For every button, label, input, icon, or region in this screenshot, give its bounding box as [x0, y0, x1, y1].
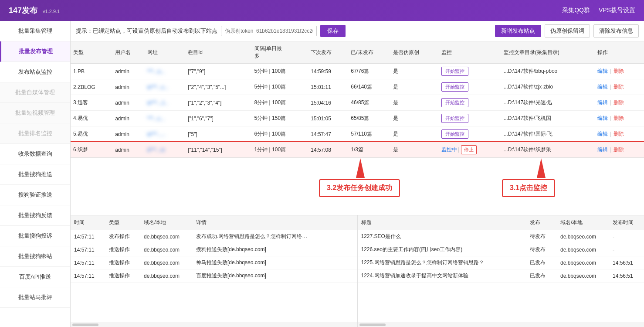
log-row: 14:57:11 发布操作 de.bbqseo.com 发布成功.网络营销思路是…	[71, 230, 357, 243]
sidebar-item-sogou-push[interactable]: 批量搜狗推送	[0, 164, 70, 185]
sidebar-item-publish[interactable]: 批量发布管理	[0, 41, 70, 62]
main-layout: 批量采集管理 批量发布管理 发布站点监控 批量自媒体管理 批量短视频管理 批量排…	[0, 21, 644, 327]
sidebar-item-query[interactable]: 收录数据查询	[0, 144, 70, 164]
lower-left-scrollbar[interactable]	[71, 322, 357, 327]
cell-colid: ["7","9"]	[185, 64, 252, 79]
delete-link[interactable]: 删除	[613, 99, 624, 106]
cell-published: 1/3篇	[348, 142, 390, 158]
log-time: 14:57:11	[71, 244, 105, 255]
monitor-start-button[interactable]: 开始监控	[441, 114, 468, 123]
th-monitor: 监控	[439, 41, 501, 64]
sidebar-item-sogou-verify[interactable]: 搜狗验证推送	[0, 185, 70, 205]
monitor-start-button[interactable]: 开始监控	[441, 82, 468, 92]
cell-monitor-path: ...D:\147软件\bbq-pboo	[501, 64, 595, 79]
cell-interval: 5分钟 | 100篇	[252, 64, 308, 79]
arrow-1	[356, 158, 365, 178]
sidebar-item-collect[interactable]: 批量采集管理	[0, 21, 70, 41]
monitor-active-link[interactable]: 监控中	[441, 146, 457, 153]
site-url[interactable]: w***...c...	[147, 84, 169, 90]
lower-section: 时间 类型 域名/本地 详情 14:57:11 发布操作 de.bbqseo.c…	[71, 215, 644, 327]
monitor-stop-button[interactable]: 停止	[461, 145, 477, 154]
token-input[interactable]	[221, 26, 317, 36]
edit-link[interactable]: 编辑	[597, 84, 608, 90]
log-type: 推送操作	[105, 256, 140, 269]
cell-colid: ["11","14","15"]	[185, 142, 252, 158]
lower-right-scrollbar[interactable]	[358, 322, 644, 327]
delete-link[interactable]: 删除	[613, 68, 624, 74]
cell-nextpub: 14:57:08	[308, 142, 348, 158]
monitor-start-button[interactable]: 开始监控	[441, 98, 468, 107]
sidebar-item-media: 批量自媒体管理	[0, 82, 70, 103]
delete-link[interactable]: 删除	[613, 131, 624, 137]
site-url[interactable]: w***......	[147, 131, 166, 137]
qq-group-link[interactable]: 采集QQ群	[562, 7, 590, 14]
cell-type: 6.织梦	[71, 142, 112, 158]
lower-right-header: 标题 发布 域名/本地 发布时间	[358, 215, 644, 230]
delete-link[interactable]: 删除	[613, 84, 624, 90]
th-published: 已/未发布	[348, 41, 390, 64]
log-time: 14:57:11	[71, 257, 105, 269]
table-row: 2.ZBLOG admin w***...c... ["2","4","3","…	[71, 79, 644, 95]
cell-published: 57/110篇	[348, 126, 390, 142]
monitor-start-button[interactable]: 开始监控	[441, 129, 468, 139]
site-url[interactable]: ***...c...	[147, 116, 165, 122]
log-domain: de.bbqseo.com	[140, 257, 193, 269]
site-url[interactable]: w***...J...	[147, 100, 169, 106]
cell-monitor: 开始监控	[439, 111, 501, 126]
th-username: 用户名	[112, 41, 145, 64]
cell-published: 46/85篇	[348, 95, 390, 111]
edit-link[interactable]: 编辑	[597, 68, 608, 74]
cell-published: 65/85篇	[348, 111, 390, 126]
log-time: 14:57:11	[71, 231, 105, 242]
lth-time: 时间	[71, 215, 105, 230]
th-nextpub: 下次发布	[308, 41, 348, 64]
cell-monitor: 开始监控	[439, 64, 501, 79]
cell-interval: 5分钟 | 100篇	[252, 79, 308, 95]
annotation-area: 3.2发布任务创建成功 3.1点击监控	[71, 158, 644, 215]
annotation-box-1: 3.2发布任务创建成功	[319, 179, 400, 197]
monitor-start-button[interactable]: 开始监控	[441, 67, 468, 76]
site-url[interactable]: ***...o...	[147, 68, 165, 75]
lower-right-body: 1227.SEO是什么 待发布 de.bbqseo.com - 1226.seo…	[358, 230, 644, 322]
vps-setting-link[interactable]: VPS拨号设置	[599, 7, 635, 14]
article-title: 1225.网络营销思路是怎么？怎样制订网络营销思路？	[358, 256, 527, 269]
cell-username: admin	[112, 95, 145, 111]
lower-right-panel: 标题 发布 域名/本地 发布时间 1227.SEO是什么 待发布 de.bbqs…	[358, 215, 644, 327]
log-type: 推送操作	[105, 243, 140, 256]
sidebar-item-rank: 批量排名监控	[0, 123, 70, 144]
cell-ops: 编辑 | 删除	[595, 64, 644, 79]
edit-link[interactable]: 编辑	[597, 146, 608, 153]
article-row: 1226.seo的主要工作内容(四川seo工作内容) 待发布 de.bbqseo…	[358, 243, 644, 256]
lower-left-body: 14:57:11 发布操作 de.bbqseo.com 发布成功.网络营销思路是…	[71, 230, 357, 322]
cell-ops: 编辑 | 删除	[595, 142, 644, 158]
pseudo-button[interactable]: 伪原创保留词	[545, 24, 590, 37]
site-url[interactable]: d***...m	[147, 147, 165, 153]
cell-nextpub: 15:01:05	[308, 111, 348, 126]
article-row: 1224.网络营销加速收录于提高中文网站新体验 已发布 de.bbqseo.co…	[358, 269, 644, 283]
sidebar-item-zhanma[interactable]: 批量站马批评	[0, 287, 70, 308]
cell-url: d***...m	[145, 142, 185, 158]
log-domain: de.bbqseo.com	[140, 244, 193, 255]
sidebar-item-sogou-report[interactable]: 批量搜狗投诉	[0, 226, 70, 246]
new-site-button[interactable]: 新增发布站点	[495, 25, 541, 37]
delete-link[interactable]: 删除	[613, 146, 624, 153]
article-status: 已发布	[526, 256, 557, 269]
cell-pseudo: 是	[390, 111, 438, 126]
sidebar-item-sogou-bind[interactable]: 批量搜狗绑站	[0, 246, 70, 267]
log-time: 14:57:11	[71, 270, 105, 282]
sidebar-item-baidu-api[interactable]: 百度API推送	[0, 267, 70, 287]
cell-username: admin	[112, 126, 145, 142]
edit-link[interactable]: 编辑	[597, 99, 608, 106]
clear-button[interactable]: 清除发布信息	[593, 24, 639, 37]
save-button[interactable]: 保存	[320, 25, 346, 37]
lth-detail: 详情	[193, 215, 357, 230]
cell-ops: 编辑 | 删除	[595, 126, 644, 142]
sidebar-item-monitor[interactable]: 发布站点监控	[0, 62, 70, 82]
cell-monitor: 开始监控	[439, 79, 501, 95]
cell-type: 2.ZBLOG	[71, 79, 112, 95]
sidebar-item-sogou-feedback[interactable]: 批量搜狗反馈	[0, 205, 70, 226]
delete-link[interactable]: 删除	[613, 115, 624, 121]
edit-link[interactable]: 编辑	[597, 115, 608, 121]
edit-link[interactable]: 编辑	[597, 131, 608, 137]
cell-pseudo: 是	[390, 95, 438, 111]
